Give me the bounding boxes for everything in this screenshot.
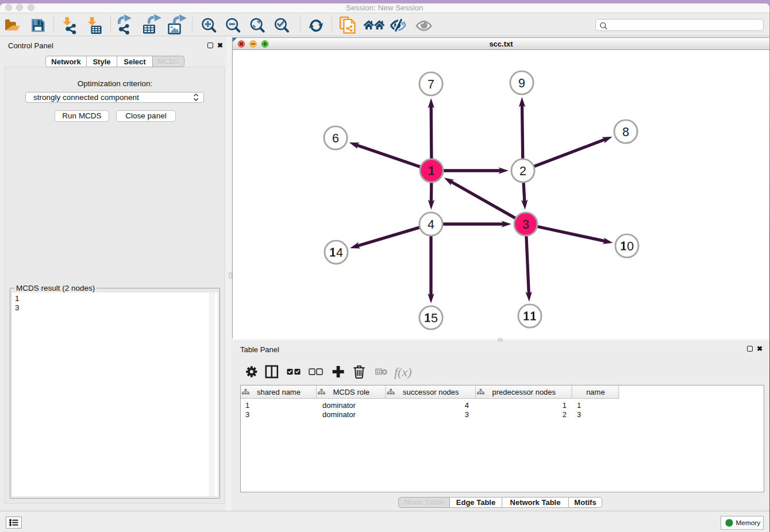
svg-text:Memory: Memory xyxy=(736,519,761,527)
svg-text:shared name: shared name xyxy=(257,388,301,396)
svg-text:4: 4 xyxy=(428,218,434,232)
svg-text:3: 3 xyxy=(522,218,529,232)
svg-text:9: 9 xyxy=(518,76,525,90)
svg-text:7: 7 xyxy=(428,78,434,91)
svg-text:name: name xyxy=(586,388,605,396)
svg-text:2: 2 xyxy=(519,164,526,178)
svg-text:predecessor nodes: predecessor nodes xyxy=(492,388,556,396)
svg-text:4: 4 xyxy=(336,246,343,260)
svg-text:5: 5 xyxy=(431,311,438,325)
svg-text:f(x): f(x) xyxy=(394,365,412,379)
svg-text:successor nodes: successor nodes xyxy=(403,388,459,396)
svg-text:8: 8 xyxy=(622,125,629,139)
svg-text:6: 6 xyxy=(332,132,339,145)
svg-text:MCDS role: MCDS role xyxy=(333,388,370,396)
svg-text:0: 0 xyxy=(627,240,634,253)
